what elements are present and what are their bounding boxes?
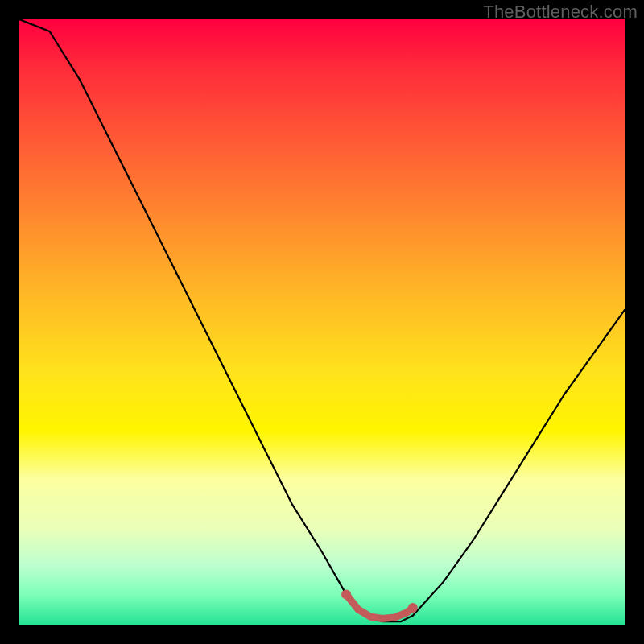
- plot-area: [19, 19, 625, 625]
- trough-highlight: [346, 594, 413, 618]
- chart-frame: TheBottleneck.com: [0, 0, 644, 644]
- trough-endpoint-left: [341, 589, 351, 599]
- watermark-text: TheBottleneck.com: [483, 2, 638, 23]
- chart-svg: [19, 19, 625, 625]
- bottleneck-curve: [19, 19, 625, 621]
- trough-endpoint-right: [408, 603, 418, 613]
